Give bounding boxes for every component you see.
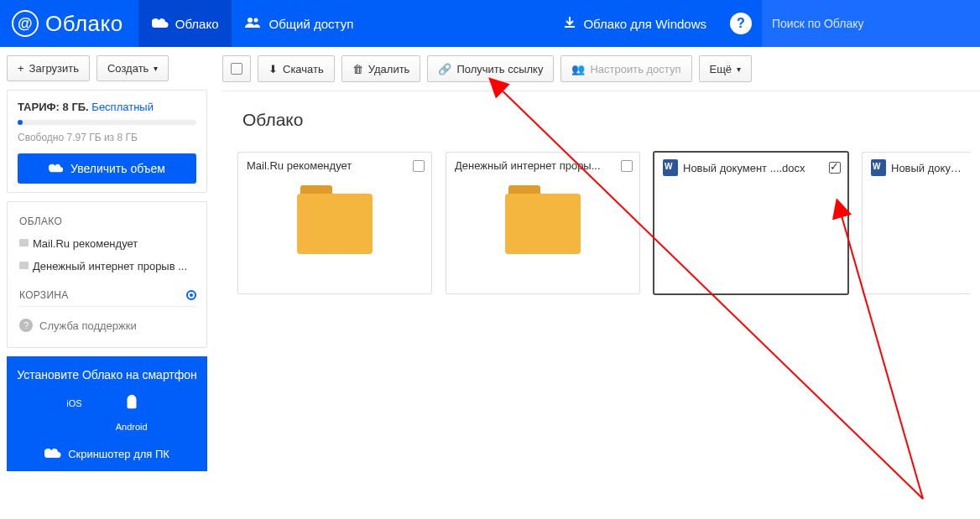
file-checkbox[interactable] [829, 162, 841, 174]
chevron-down-icon: ▾ [737, 65, 741, 74]
main-area: ⬇ Скачать 🗑 Удалить 🔗 Получить ссылку 👥 … [214, 47, 980, 471]
nav-windows[interactable]: Облако для Windows [550, 0, 720, 47]
configure-access-button[interactable]: 👥 Настроить доступ [560, 55, 691, 82]
question-icon: ? [19, 319, 33, 332]
promo-panel: Установите Облако на смартфон iOS Androi… [7, 356, 207, 471]
android-icon [116, 393, 148, 417]
chevron-down-icon: ▾ [154, 64, 158, 73]
folder-icon [505, 194, 581, 254]
search-input[interactable] [772, 17, 970, 30]
configure-label: Настроить доступ [590, 63, 680, 75]
promo-screenshoter[interactable]: Скриншотер для ПК [15, 447, 199, 461]
people-icon [245, 17, 262, 31]
search-box[interactable] [762, 0, 980, 47]
download-icon: ⬇ [268, 63, 278, 75]
trash-indicator-icon [186, 290, 196, 300]
plus-icon: + [18, 62, 24, 75]
upload-button[interactable]: + Загрузить [7, 55, 90, 81]
logo[interactable]: @ Облако [0, 0, 138, 47]
logo-text: Облако [45, 11, 123, 37]
get-link-label: Получить ссылку [456, 63, 543, 75]
folder-icon [297, 194, 373, 254]
svg-point-1 [254, 18, 258, 22]
promo-ios[interactable]: iOS [66, 393, 81, 432]
cloud-icon [152, 17, 169, 31]
section-cloud-label: ОБЛАКО [19, 215, 62, 227]
storage-bar [18, 120, 196, 125]
file-card-folder[interactable]: Mail.Ru рекомендует [237, 152, 432, 294]
support-link[interactable]: ? Служба поддержки [18, 306, 196, 344]
delete-button[interactable]: 🗑 Удалить [341, 55, 421, 82]
promo-ios-label: iOS [66, 398, 81, 408]
sidebar: + Загрузить Создать ▾ ТАРИФ: 8 ГБ. Беспл… [0, 47, 214, 471]
download-label: Скачать [283, 63, 324, 75]
sidebar-item-recommend[interactable]: Mail.Ru рекомендует [18, 232, 196, 255]
promo-android-label: Android [116, 422, 148, 432]
nav-shared-label: Общий доступ [268, 17, 353, 31]
tree-panel: ОБЛАКО Mail.Ru рекомендует Денежный инте… [7, 201, 207, 348]
sidebar-item-money[interactable]: Денежный интернет прорыв ... [18, 255, 196, 278]
download-button[interactable]: ⬇ Скачать [258, 55, 335, 82]
link-icon: 🔗 [438, 63, 451, 75]
file-checkbox[interactable] [621, 160, 633, 172]
promo-title: Установите Облако на смартфон [15, 368, 199, 381]
tariff-plan-link[interactable]: Бесплатный [91, 101, 154, 113]
word-doc-icon [871, 159, 886, 176]
top-bar: @ Облако Облако Общий доступ Облако для … [0, 0, 980, 47]
file-label: Денежный интернет проры... [455, 159, 616, 172]
enlarge-label: Увеличить объем [70, 162, 165, 175]
help-button[interactable]: ? [730, 13, 752, 34]
nav-windows-label: Облако для Windows [583, 17, 706, 31]
tariff-label: ТАРИФ: 8 ГБ. [18, 101, 89, 113]
file-label: Новый докумен [891, 162, 964, 174]
people-icon: 👥 [571, 63, 585, 75]
get-link-button[interactable]: 🔗 Получить ссылку [427, 55, 554, 82]
tariff-line: ТАРИФ: 8 ГБ. Бесплатный [18, 101, 196, 113]
word-doc-icon [663, 159, 678, 176]
file-card-folder[interactable]: Денежный интернет проры... [446, 152, 640, 294]
section-trash-head[interactable]: КОРЗИНА [19, 289, 196, 301]
cloud-icon [49, 162, 64, 175]
trash-icon: 🗑 [352, 63, 363, 75]
nav-cloud[interactable]: Облако [138, 0, 232, 47]
file-card-doc[interactable]: Новый докумен [862, 152, 971, 294]
file-checkbox[interactable] [413, 160, 425, 172]
file-grid: Mail.Ru рекомендует Денежный интернет пр… [222, 137, 980, 294]
more-label: Ещё [710, 63, 732, 75]
create-button[interactable]: Создать ▾ [96, 55, 169, 81]
more-button[interactable]: Ещё ▾ [699, 55, 753, 82]
delete-label: Удалить [368, 63, 410, 75]
nav-cloud-label: Облако [175, 17, 219, 31]
tariff-panel: ТАРИФ: 8 ГБ. Бесплатный Свободно 7.97 ГБ… [7, 90, 207, 193]
support-label: Служба поддержки [39, 319, 137, 332]
section-trash-label: КОРЗИНА [19, 289, 69, 301]
upload-label: Загрузить [29, 62, 79, 75]
nav-shared[interactable]: Общий доступ [232, 0, 367, 47]
file-label: Mail.Ru рекомендует [247, 159, 408, 172]
enlarge-button[interactable]: Увеличить объем [18, 153, 196, 184]
cloud-download-icon [44, 447, 61, 461]
create-label: Создать [107, 62, 149, 75]
download-icon [563, 16, 576, 32]
breadcrumb-title: Облако [222, 91, 980, 137]
file-label: Новый документ ....docx [683, 162, 824, 174]
file-card-doc-selected[interactable]: Новый документ ....docx [654, 152, 848, 294]
storage-free: Свободно 7.97 ГБ из 8 ГБ [18, 132, 196, 143]
select-all-checkbox[interactable] [222, 55, 251, 82]
promo-android[interactable]: Android [116, 393, 148, 432]
logo-at-icon: @ [12, 10, 39, 37]
toolbar: ⬇ Скачать 🗑 Удалить 🔗 Получить ссылку 👥 … [222, 55, 980, 91]
promo-scr-label: Скриншотер для ПК [68, 448, 169, 460]
svg-point-0 [248, 18, 253, 23]
section-cloud-head[interactable]: ОБЛАКО [19, 215, 196, 227]
